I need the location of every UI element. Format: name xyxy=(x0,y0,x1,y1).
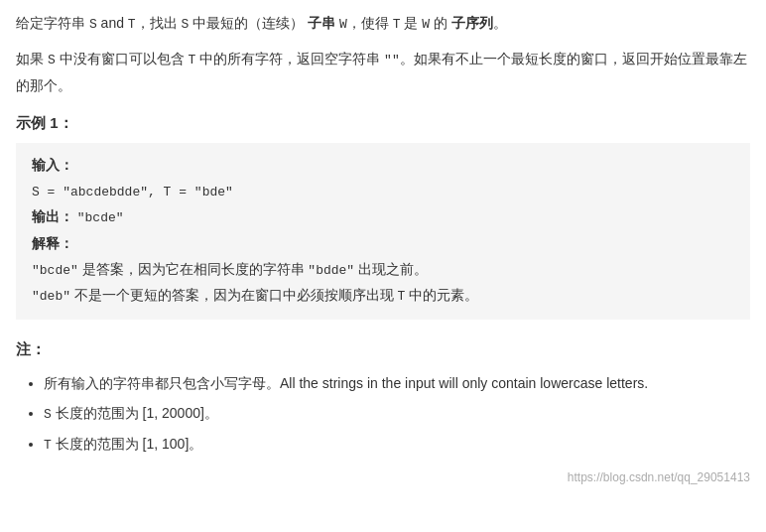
var-w2: W xyxy=(422,17,430,32)
input-value: S = "abcdebdde", T = "bde" xyxy=(32,185,233,200)
example1-title: 示例 1： xyxy=(16,111,750,135)
notes-title: 注： xyxy=(16,337,750,361)
var-s3: S xyxy=(48,53,56,67)
problem-header: 给定字符串 S and T，找出 S 中最短的（连续） 子串 W，使得 T 是 … xyxy=(16,10,750,38)
var-t3: T xyxy=(188,53,195,67)
output-label: 输出： xyxy=(32,209,73,224)
var-t2: T xyxy=(393,17,401,32)
example1-box: 输入： S = "abcdebdde", T = "bde" 输出： "bcde… xyxy=(16,143,750,320)
input-line: 输入： S = "abcdebdde", T = "bde" xyxy=(32,153,734,204)
empty-string: "" xyxy=(384,53,400,67)
and-text: and xyxy=(101,15,128,31)
output-line: 输出： "bcde" xyxy=(32,204,734,231)
note1-text: 所有输入的字符串都只包含小写字母。All the strings in the … xyxy=(44,375,648,391)
output-value: "bcde" xyxy=(77,210,124,225)
var-t: T xyxy=(128,17,136,32)
var-s: S xyxy=(89,17,97,32)
list-item: 所有输入的字符串都只包含小写字母。All the strings in the … xyxy=(44,369,750,397)
list-item: S 长度的范围为 [1, 20000]。 xyxy=(44,399,750,428)
note3-text: T 长度的范围为 [1, 100]。 xyxy=(44,436,202,452)
note2-text: S 长度的范围为 [1, 20000]。 xyxy=(44,405,218,421)
list-item: T 长度的范围为 [1, 100]。 xyxy=(44,430,750,459)
notes-list: 所有输入的字符串都只包含小写字母。All the strings in the … xyxy=(16,369,750,459)
input-label: 输入： xyxy=(32,158,73,173)
var-w: W xyxy=(339,17,347,32)
explain1: "bcde" 是答案，因为它在相同长度的字符串 "bdde" 出现之前。 xyxy=(32,262,428,277)
var-s2: S xyxy=(182,17,190,32)
explain-section: 解释： "bcde" 是答案，因为它在相同长度的字符串 "bdde" 出现之前。… xyxy=(32,231,734,310)
keyword-subseq: 子序列 xyxy=(451,15,493,31)
explain2: "deb" 不是一个更短的答案，因为在窗口中必须按顺序出现 T 中的元素。 xyxy=(32,288,478,303)
watermark: https://blog.csdn.net/qq_29051413 xyxy=(16,468,750,487)
explain-label: 解释： xyxy=(32,236,73,251)
problem-desc: 如果 S 中没有窗口可以包含 T 中的所有字符，返回空字符串 ""。如果有不止一… xyxy=(16,46,750,99)
keyword-substring: 子串 xyxy=(308,15,335,31)
